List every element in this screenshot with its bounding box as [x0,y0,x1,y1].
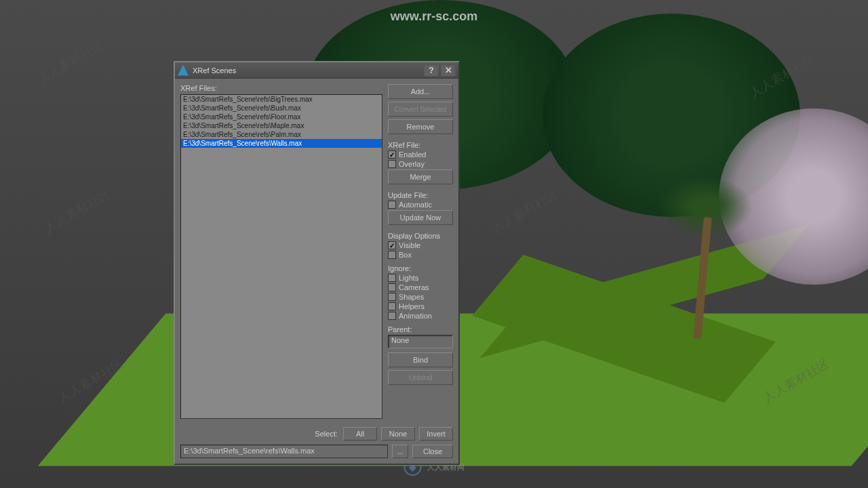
helpers-checkbox[interactable] [388,302,396,310]
automatic-checkbox-row[interactable]: Automatic [388,201,453,209]
cameras-label: Cameras [399,283,429,291]
update-now-button[interactable]: Update Now [388,210,453,225]
dialog-titlebar[interactable]: XRef Scenes ? ✕ [175,62,458,79]
xref-scenes-dialog: XRef Scenes ? ✕ XRef Files: E:\3d\SmartR… [174,61,460,465]
file-list-item[interactable]: E:\3d\SmartRefs_Scene\refs\Bush.max [181,104,382,113]
visible-label: Visible [399,241,420,249]
xref-files-label: XRef Files: [180,84,382,92]
watermark-tile: 人人素材社区 [35,37,106,88]
enabled-checkbox-row[interactable]: Enabled [388,150,453,159]
xref-file-section-label: XRef File: [388,141,453,149]
file-list-item[interactable]: E:\3d\SmartRefs_Scene\refs\BigTrees.max [181,95,382,104]
lights-checkbox[interactable] [388,274,396,282]
unbind-button[interactable]: Unbind [388,370,453,385]
box-checkbox[interactable] [388,251,396,259]
bind-button[interactable]: Bind [388,352,453,367]
animation-checkbox-row[interactable]: Animation [388,312,453,320]
lights-checkbox-row[interactable]: Lights [388,274,453,282]
update-file-section-label: Update File: [388,191,453,199]
dialog-title: XRef Scenes [193,66,236,75]
watermark-url: www.rr-sc.com [391,9,477,24]
file-list-item[interactable]: E:\3d\SmartRefs_Scene\refs\Palm.max [181,130,382,139]
cameras-checkbox-row[interactable]: Cameras [388,283,453,291]
parent-input[interactable]: None [388,335,453,348]
automatic-label: Automatic [399,201,432,209]
enabled-label: Enabled [399,150,426,159]
automatic-checkbox[interactable] [388,201,396,209]
helpers-label: Helpers [399,302,425,310]
display-options-section-label: Display Options [388,232,453,240]
help-button[interactable]: ? [424,64,439,77]
select-none-button[interactable]: None [381,427,415,441]
box-label: Box [399,251,412,259]
visible-checkbox-row[interactable]: Visible [388,241,453,249]
parent-section-label: Parent: [388,325,453,333]
overlay-checkbox-row[interactable]: Overlay [388,160,453,168]
convert-selected-button[interactable]: Convert Selected [388,102,453,117]
remove-button[interactable]: Remove [388,119,453,134]
add-button[interactable]: Add... [388,84,453,99]
cameras-checkbox[interactable] [388,283,396,291]
lights-label: Lights [399,274,418,282]
helpers-checkbox-row[interactable]: Helpers [388,302,453,310]
visible-checkbox[interactable] [388,241,396,249]
file-list-item[interactable]: E:\3d\SmartRefs_Scene\refs\Walls.max [181,139,382,148]
watermark-tile: 人人素材社区 [489,186,561,237]
animation-checkbox[interactable] [388,312,396,320]
merge-button[interactable]: Merge [388,169,453,184]
shapes-checkbox-row[interactable]: Shapes [388,293,453,301]
enabled-checkbox[interactable] [388,150,396,159]
app-icon [178,65,189,76]
close-button[interactable]: Close [412,445,453,458]
overlay-checkbox[interactable] [388,160,396,168]
status-path-field[interactable]: E:\3d\SmartRefs_Scene\refs\Walls.max [180,445,388,458]
xref-file-list[interactable]: E:\3d\SmartRefs_Scene\refs\BigTrees.maxE… [180,94,382,419]
select-invert-button[interactable]: Invert [419,427,453,441]
browse-button[interactable]: ... [392,445,408,458]
overlay-label: Overlay [399,160,425,168]
box-checkbox-row[interactable]: Box [388,251,453,259]
file-list-item[interactable]: E:\3d\SmartRefs_Scene\refs\Maple.max [181,121,382,130]
select-all-button[interactable]: All [343,427,377,441]
animation-label: Animation [399,312,432,320]
file-list-item[interactable]: E:\3d\SmartRefs_Scene\refs\Floor.max [181,113,382,121]
shapes-label: Shapes [399,293,424,301]
close-icon[interactable]: ✕ [441,64,456,77]
ignore-section-label: Ignore: [388,264,453,272]
select-label: Select: [315,430,338,438]
watermark-tile: 人人素材社区 [41,186,113,237]
shapes-checkbox[interactable] [388,293,396,301]
